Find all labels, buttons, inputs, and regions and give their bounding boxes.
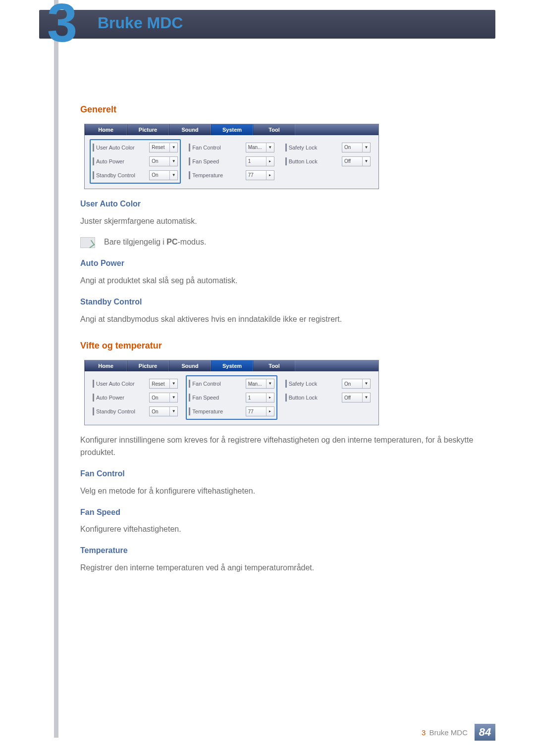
value-fan-control: Man... <box>246 144 266 151</box>
chevron-down-icon: ▼ <box>362 157 370 166</box>
label-temperature: Temperature <box>189 171 243 179</box>
value-safety-lock: On <box>342 380 362 388</box>
tab-home[interactable]: Home <box>85 124 127 135</box>
value-fan-speed: 1 <box>246 394 266 402</box>
ui-panel-generelt: Home Picture Sound System Tool User Auto… <box>84 124 379 189</box>
body-fan-control: Velg en metode for å konfigurere vifteha… <box>80 485 501 498</box>
chevron-right-icon: ▸ <box>266 157 274 166</box>
value-safety-lock: On <box>342 144 362 151</box>
section-vifte-title: Vifte og temperatur <box>80 339 501 353</box>
label-fan-speed: Fan Speed <box>189 157 243 165</box>
chevron-down-icon: ▼ <box>169 393 177 402</box>
panel-col-3: Safety Lock On ▼ Button Lock Off ▼ <box>282 139 374 184</box>
label-button-lock: Button Lock <box>285 394 339 402</box>
heading-temperature: Temperature <box>80 545 501 557</box>
row-fan-control: Fan Control Man... ▼ <box>189 142 274 153</box>
select-user-auto-color[interactable]: Reset ▼ <box>149 143 178 152</box>
row-auto-power: Auto Power On ▼ <box>93 392 178 403</box>
tab-home[interactable]: Home <box>85 360 127 371</box>
note-pre: Bare tilgjengelig i <box>104 238 166 246</box>
value-button-lock: Off <box>342 157 362 165</box>
panel-col-2: Fan Control Man... ▼ Fan Speed 1 ▸ Tempe… <box>186 139 277 184</box>
body-user-auto-color: Juster skjermfargene automatisk. <box>80 215 501 228</box>
value-fan-speed: 1 <box>246 157 266 165</box>
tab-tool[interactable]: Tool <box>253 360 295 371</box>
label-user-auto-color: User Auto Color <box>93 380 147 388</box>
select-fan-control[interactable]: Man... ▼ <box>246 379 274 389</box>
tab-tool[interactable]: Tool <box>253 124 295 135</box>
tab-sound[interactable]: Sound <box>169 360 211 371</box>
row-button-lock: Button Lock Off ▼ <box>285 392 371 403</box>
section-generelt-title: Generelt <box>80 103 501 117</box>
select-button-lock[interactable]: Off ▼ <box>342 156 371 166</box>
row-user-auto-color: User Auto Color Reset ▼ <box>93 378 178 389</box>
chevron-down-icon: ▼ <box>266 379 274 388</box>
heading-fan-control: Fan Control <box>80 468 501 480</box>
panel-col-1: User Auto Color Reset ▼ Auto Power On ▼ … <box>90 375 181 420</box>
select-user-auto-color[interactable]: Reset ▼ <box>149 379 178 389</box>
label-fan-control: Fan Control <box>189 380 243 388</box>
ui-panel-vifte: Home Picture Sound System Tool User Auto… <box>84 360 379 425</box>
value-auto-power: On <box>150 157 169 165</box>
note-bold: PC <box>166 238 177 246</box>
select-auto-power[interactable]: On ▼ <box>149 393 178 403</box>
heading-auto-power: Auto Power <box>80 257 501 270</box>
note-icon <box>80 237 95 248</box>
label-button-lock: Button Lock <box>285 157 339 165</box>
row-auto-power: Auto Power On ▼ <box>93 156 178 167</box>
label-auto-power: Auto Power <box>93 157 147 165</box>
row-button-lock: Button Lock Off ▼ <box>285 156 371 167</box>
select-safety-lock[interactable]: On ▼ <box>342 143 371 152</box>
body-temperature: Registrer den interne temperaturen ved å… <box>80 562 501 574</box>
body-standby-control: Angi at standbymodus skal aktiveres hvis… <box>80 313 501 326</box>
select-standby-control[interactable]: On ▼ <box>149 406 178 416</box>
note-row: Bare tilgjengelig i PC-modus. <box>80 236 501 249</box>
value-temperature: 77 <box>246 408 266 416</box>
stepper-fan-speed[interactable]: 1 ▸ <box>246 393 274 403</box>
value-standby-control: On <box>150 408 169 416</box>
chevron-down-icon: ▼ <box>362 143 370 152</box>
chevron-right-icon: ▸ <box>266 171 274 180</box>
stepper-fan-speed[interactable]: 1 ▸ <box>246 156 274 166</box>
tab-sound[interactable]: Sound <box>169 124 211 135</box>
footer: 3 Bruke MDC 84 <box>0 723 495 741</box>
select-button-lock[interactable]: Off ▼ <box>342 393 371 403</box>
note-post: -modus. <box>178 238 207 246</box>
value-auto-power: On <box>150 394 169 402</box>
label-safety-lock: Safety Lock <box>285 144 339 151</box>
heading-user-auto-color: User Auto Color <box>80 198 501 210</box>
tabs-row: Home Picture Sound System Tool <box>85 360 378 371</box>
select-safety-lock[interactable]: On ▼ <box>342 379 371 389</box>
tab-picture[interactable]: Picture <box>127 360 169 371</box>
label-safety-lock: Safety Lock <box>285 380 339 388</box>
select-fan-control[interactable]: Man... ▼ <box>246 143 274 152</box>
panel-body: User Auto Color Reset ▼ Auto Power On ▼ … <box>85 135 378 189</box>
row-fan-control: Fan Control Man... ▼ <box>189 378 274 389</box>
label-standby-control: Standby Control <box>93 407 147 415</box>
chevron-down-icon: ▼ <box>169 379 177 388</box>
chevron-down-icon: ▼ <box>169 171 177 180</box>
row-fan-speed: Fan Speed 1 ▸ <box>189 156 274 167</box>
tab-picture[interactable]: Picture <box>127 124 169 135</box>
stepper-temperature[interactable]: 77 ▸ <box>246 170 274 180</box>
row-user-auto-color: User Auto Color Reset ▼ <box>93 142 178 153</box>
value-button-lock: Off <box>342 394 362 402</box>
select-standby-control[interactable]: On ▼ <box>149 170 178 180</box>
body-vifte-intro: Konfigurer innstillingene som kreves for… <box>80 434 501 459</box>
panel-col-3: Safety Lock On ▼ Button Lock Off ▼ <box>282 375 374 420</box>
page-content: Generelt Home Picture Sound System Tool … <box>80 94 501 583</box>
chapter-title: Bruke MDC <box>98 14 183 32</box>
chevron-right-icon: ▸ <box>266 407 274 416</box>
select-auto-power[interactable]: On ▼ <box>149 156 178 166</box>
panel-body: User Auto Color Reset ▼ Auto Power On ▼ … <box>85 371 378 425</box>
footer-chapter-title: Bruke MDC <box>429 728 468 737</box>
tab-system[interactable]: System <box>211 360 253 371</box>
chevron-down-icon: ▼ <box>169 157 177 166</box>
value-temperature: 77 <box>246 171 266 179</box>
tab-system[interactable]: System <box>211 124 253 135</box>
heading-standby-control: Standby Control <box>80 296 501 308</box>
row-safety-lock: Safety Lock On ▼ <box>285 378 371 389</box>
footer-chapter-num: 3 <box>422 728 426 737</box>
left-strip <box>54 0 58 738</box>
stepper-temperature[interactable]: 77 ▸ <box>246 406 274 416</box>
